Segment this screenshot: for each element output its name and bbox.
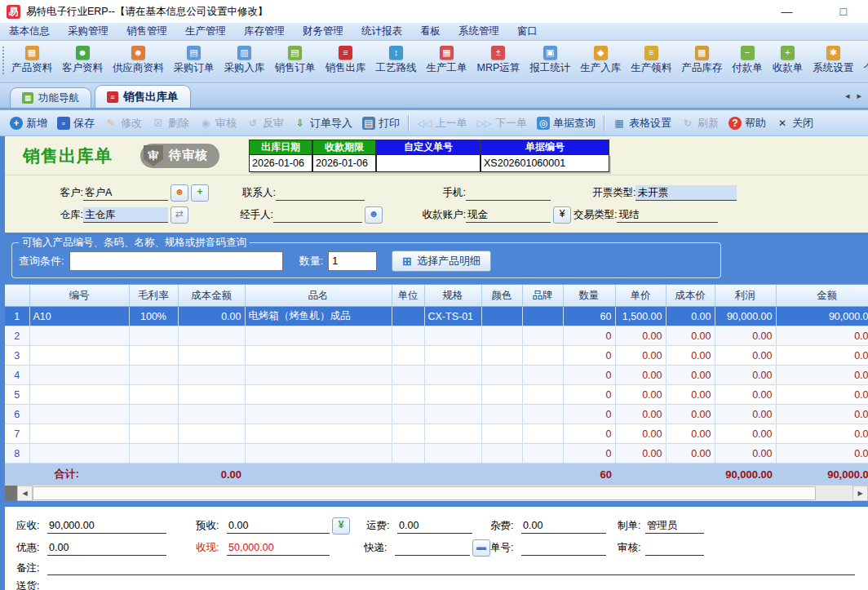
cell-amount[interactable]: 0.00 [776,326,868,346]
cell-profit[interactable]: 0.00 [715,366,776,385]
doc-toolbar-unaudit[interactable]: ↺反审 [241,116,289,131]
cell-color[interactable] [481,385,522,405]
toolbar-production-order[interactable]: ▦生产工单 [422,45,472,76]
doc-number-value[interactable]: XS202601060001 [480,154,609,172]
doc-toolbar-order-import[interactable]: ⇩订单导入 [289,116,357,131]
customer-add-button[interactable]: + [191,184,209,202]
cell-cost-price[interactable]: 0.00 [666,385,715,405]
menu-window-menu[interactable]: 窗口 [508,24,547,38]
cell-cost-price[interactable]: 0.00 [666,424,715,444]
cell-gross-margin[interactable] [129,424,178,444]
query-qty-input[interactable] [328,251,377,271]
toolbar-product-data[interactable]: ▦产品资料 [7,45,57,76]
toolbar-purchase-inbound[interactable]: ▥采购入库 [219,45,270,76]
doc-toolbar-refresh[interactable]: ↻刷新 [676,116,724,131]
cell-product-name[interactable] [245,346,392,366]
doc-toolbar-close[interactable]: ✕关闭 [771,116,818,131]
cell-code[interactable]: A10 [29,307,129,326]
cell-price[interactable]: 0.00 [615,424,666,444]
select-product-detail-button[interactable]: ⊞ 选择产品明细 [392,251,491,272]
cell-gross-margin[interactable] [129,444,178,464]
payment-deadline-value[interactable]: 2026-01-06 [312,154,376,172]
cell-gross-margin[interactable]: 100% [129,307,178,326]
cell-color[interactable] [481,405,522,424]
discount-field[interactable]: 0.00 [47,541,166,556]
cell-code[interactable] [29,424,129,444]
cell-color[interactable] [481,346,522,366]
cell-brand[interactable] [522,307,563,326]
receivable-field[interactable]: 90,000.00 [47,519,166,534]
cell-unit[interactable] [392,326,424,346]
cell-cost-amount[interactable]: 0.00 [178,307,245,326]
maximize-button[interactable]: □ [840,3,847,20]
cell-cost-price[interactable]: 0.00 [666,326,715,346]
account-field[interactable]: 现金 [466,207,551,223]
cell-profit[interactable]: 0.00 [715,385,776,405]
warehouse-pick-button[interactable]: ⇄ [170,206,188,224]
row-number[interactable]: 7 [5,424,29,444]
cell-price[interactable]: 0.00 [615,385,666,405]
cell-cost-amount[interactable] [178,366,245,385]
tab-function-nav[interactable]: ▦ 功能导航 [10,87,91,108]
cell-code[interactable] [29,346,129,366]
cell-spec[interactable] [424,366,481,385]
cell-code[interactable] [29,385,129,405]
cell-product-name[interactable] [245,366,392,385]
cell-price[interactable]: 0.00 [615,444,666,464]
toolbar-customer-data[interactable]: ☻客户资料 [57,45,108,76]
cell-qty[interactable]: 60 [563,307,615,326]
cell-cost-amount[interactable] [178,444,245,464]
cell-profit[interactable]: 90,000.00 [715,307,776,326]
cell-amount[interactable]: 0.00 [776,346,868,366]
menu-sales-mgmt[interactable]: 销售管理 [117,24,176,38]
toolbar-sales-outbound[interactable]: ≡销售出库 [321,45,371,76]
scrollbar-track[interactable] [816,486,852,501]
cell-qty[interactable]: 0 [563,405,615,424]
cell-unit[interactable] [392,366,424,385]
cell-unit[interactable] [392,424,424,444]
cell-brand[interactable] [522,405,563,424]
row-number[interactable]: 5 [5,385,29,405]
menu-dashboard[interactable]: 看板 [411,24,450,38]
doc-toolbar-edit[interactable]: ✎修改 [100,116,147,131]
cell-price[interactable]: 1,500.00 [615,307,666,326]
scroll-right-button[interactable]: ▶ [852,486,868,501]
invoice-type-field[interactable]: 未开票 [636,185,737,201]
cell-spec[interactable] [424,346,481,366]
account-currency-button[interactable]: ¥ [553,206,571,224]
row-number[interactable]: 8 [5,444,29,464]
menu-report-stats[interactable]: 统计报表 [352,24,411,38]
cell-cost-amount[interactable] [178,405,245,424]
cell-amount[interactable]: 0.00 [776,424,868,444]
cell-gross-margin[interactable] [129,346,178,366]
toolbar-product-stock[interactable]: ▦产品库存 [676,45,727,76]
cell-code[interactable] [29,405,129,424]
cell-product-name[interactable] [245,326,392,346]
minimize-button[interactable]: — [782,3,793,20]
doc-toolbar-new[interactable]: +新增 [5,116,52,131]
cell-spec[interactable] [424,326,481,346]
cell-price[interactable]: 0.00 [615,405,666,424]
cell-profit[interactable]: 0.00 [715,405,776,424]
phone-field[interactable] [466,185,551,201]
cell-spec[interactable] [424,405,481,424]
menu-system-mgmt[interactable]: 系统管理 [450,24,508,38]
trade-type-field[interactable]: 现结 [617,207,718,223]
toolbar-payment-bill[interactable]: −付款单 [727,45,768,76]
toolbar-system-settings[interactable]: ✱系统设置 [808,45,858,76]
cell-product-name[interactable] [245,444,392,464]
customer-pick-button[interactable]: ☻ [170,184,188,202]
cell-amount[interactable]: 0.00 [776,385,868,405]
handler-pick-button[interactable]: ☻ [365,206,383,224]
toolbar-work-report-stats[interactable]: ▣报工统计 [525,45,575,76]
cell-gross-margin[interactable] [129,405,178,424]
cell-cost-price[interactable]: 0.00 [666,346,715,366]
doc-toolbar-next-doc[interactable]: ▷▷下一单 [472,116,531,131]
cell-product-name[interactable]: 电烤箱（烤鱼机）成品 [245,307,392,326]
cell-color[interactable] [481,326,522,346]
cell-spec[interactable] [424,444,481,464]
toolbar-process-route[interactable]: ↕工艺路线 [371,45,422,76]
cell-price[interactable]: 0.00 [615,366,666,385]
handler-field[interactable] [273,207,362,223]
freight-field[interactable]: 0.00 [397,519,472,534]
